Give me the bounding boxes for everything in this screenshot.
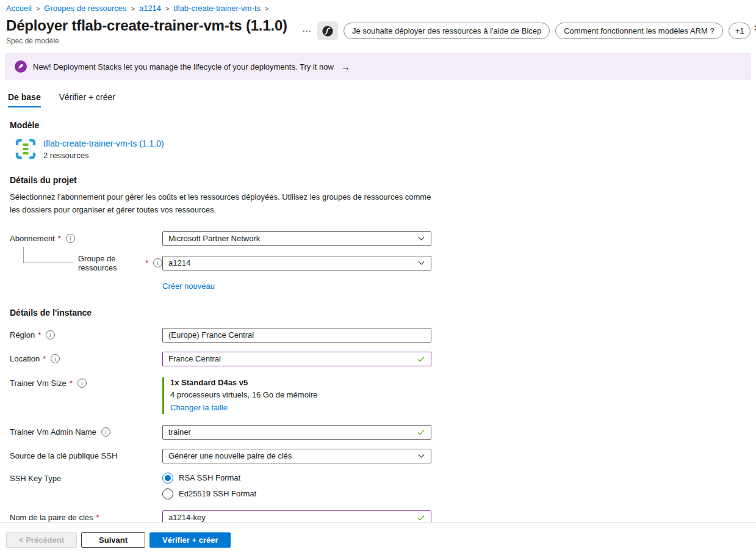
- region-label: Région* i: [10, 330, 162, 339]
- field-label: Trainer Vm Admin Name: [10, 427, 96, 437]
- required-marker: *: [145, 258, 148, 267]
- page-header: Déployer tflab-create-trainer-vm-ts (1.1…: [0, 13, 756, 45]
- admin-name-label: Trainer Vm Admin Name i: [10, 427, 162, 437]
- ssh-key-type-label: SSH Key Type: [10, 473, 162, 483]
- copilot-icon: [322, 25, 334, 37]
- info-icon[interactable]: i: [153, 258, 162, 267]
- previous-button[interactable]: < Précédent: [6, 532, 77, 548]
- template-summary: tflab-create-trainer-vm-ts (1.1.0) 2 res…: [15, 138, 746, 160]
- field-label: Source de la clé publique SSH: [10, 451, 117, 460]
- title-block: Déployer tflab-create-trainer-vm-ts (1.1…: [6, 17, 287, 45]
- breadcrumb-link-a1214[interactable]: a1214: [139, 4, 161, 13]
- required-marker: *: [43, 354, 46, 363]
- region-value: (Europe) France Central: [168, 330, 254, 339]
- template-spec-icon: [15, 138, 37, 160]
- field-label: SSH Key Type: [10, 474, 61, 483]
- field-label: Région: [10, 330, 35, 339]
- ssh-source-dropdown[interactable]: Générer une nouvelle paire de clés: [162, 449, 431, 463]
- subscription-group: Abonnement* i Microsoft Partner Network …: [10, 231, 746, 291]
- radio-label: RSA SSH Format: [179, 473, 240, 482]
- subscription-label: Abonnement* i: [10, 234, 162, 243]
- next-button[interactable]: Suivant: [81, 532, 145, 548]
- field-label: Groupe de ressources: [78, 254, 142, 272]
- tab-bar: De base Vérifier + créer: [0, 80, 756, 107]
- info-icon[interactable]: i: [46, 330, 55, 339]
- field-label: Nom de la paire de clés: [10, 513, 93, 522]
- subscription-dropdown[interactable]: Microsoft Partner Network: [162, 231, 431, 246]
- breadcrumb-link-template-spec[interactable]: tflab-create-trainer-vm-ts: [174, 4, 261, 13]
- radio-ed25519-ssh-format[interactable]: Ed25519 SSH Format: [162, 488, 431, 499]
- resource-group-dropdown[interactable]: a1214: [162, 256, 431, 270]
- radio-label: Ed25519 SSH Format: [179, 489, 256, 498]
- deploy-template-page: Accueil > Groupes de ressources > a1214 …: [0, 0, 756, 555]
- close-icon[interactable]: ✕: [751, 23, 756, 34]
- breadcrumb-link-accueil[interactable]: Accueil: [6, 4, 32, 13]
- instance-section-heading: Détails de l'instance: [10, 308, 746, 317]
- required-marker: *: [38, 330, 41, 339]
- page-subtitle: Spec de modèle: [6, 37, 287, 45]
- field-label: Abonnement: [10, 234, 55, 243]
- ssh-source-value: Générer une nouvelle paire de clés: [168, 451, 292, 460]
- breadcrumb-separator: >: [131, 5, 134, 12]
- resource-group-value: a1214: [168, 258, 190, 267]
- vm-size-row: Trainer Vm Size* i 1x Standard D4as v5 4…: [10, 377, 746, 414]
- rocket-icon: [15, 60, 27, 73]
- tab-verifier-creer[interactable]: Vérifier + créer: [59, 92, 115, 107]
- change-size-link[interactable]: Changer la taille: [170, 403, 228, 412]
- copilot-button[interactable]: [317, 21, 338, 40]
- region-input[interactable]: (Europe) France Central: [162, 328, 431, 343]
- banner-text: New! Deployment Stacks let you manage th…: [33, 62, 334, 71]
- vm-size-value: 1x Standard D4as v5: [170, 378, 431, 387]
- tab-de-base[interactable]: De base: [8, 92, 41, 107]
- more-options-icon[interactable]: ⋯: [302, 26, 312, 35]
- resource-group-row: Groupe de ressources* i a1214: [10, 254, 746, 272]
- chevron-down-icon: [417, 234, 425, 242]
- ssh-source-label: Source de la clé publique SSH: [10, 451, 162, 460]
- form-content: Modèle tflab-create-trainer-vm-ts (1.1.0…: [0, 120, 756, 525]
- admin-name-row: Trainer Vm Admin Name i trainer: [10, 425, 746, 440]
- model-section-heading: Modèle: [10, 120, 746, 130]
- review-create-button[interactable]: Vérifier + créer: [149, 532, 231, 548]
- valid-check-icon: [417, 513, 425, 522]
- field-label: Location: [10, 354, 40, 363]
- create-new-row: Créer nouveau: [162, 280, 746, 291]
- required-marker: *: [96, 513, 99, 522]
- vm-size-label: Trainer Vm Size* i: [10, 377, 162, 388]
- region-row: Région* i (Europe) France Central: [10, 328, 746, 343]
- valid-check-icon: [417, 428, 425, 437]
- page-title: Déployer tflab-create-trainer-vm-ts (1.1…: [6, 17, 287, 34]
- location-row: Location* i France Central: [10, 352, 746, 366]
- breadcrumb-link-resource-groups[interactable]: Groupes de ressources: [44, 4, 126, 13]
- key-pair-name-value: a1214-key: [168, 513, 206, 522]
- admin-name-input[interactable]: trainer: [162, 425, 431, 440]
- deployment-form: Abonnement* i Microsoft Partner Network …: [10, 231, 746, 525]
- create-new-link[interactable]: Créer nouveau: [162, 281, 215, 291]
- more-suggestions-chip[interactable]: +1: [729, 23, 751, 39]
- subscription-row: Abonnement* i Microsoft Partner Network: [10, 231, 746, 246]
- vm-size-summary: 1x Standard D4as v5 4 processeurs virtue…: [162, 377, 431, 414]
- info-icon[interactable]: i: [77, 379, 87, 388]
- admin-name-value: trainer: [168, 427, 191, 437]
- breadcrumb-separator: >: [36, 5, 40, 12]
- location-label: Location* i: [10, 354, 162, 363]
- copilot-suggestion-chip-arm[interactable]: Comment fonctionnent les modèles ARM ?: [555, 23, 722, 39]
- project-description: Sélectionnez l'abonnement pour gérer les…: [10, 191, 435, 217]
- template-info: tflab-create-trainer-vm-ts (1.1.0) 2 res…: [43, 138, 164, 160]
- breadcrumb-separator: >: [265, 5, 268, 12]
- info-icon[interactable]: i: [101, 427, 110, 437]
- info-icon[interactable]: i: [51, 354, 60, 363]
- deployment-stacks-banner[interactable]: New! Deployment Stacks let you manage th…: [5, 53, 751, 80]
- breadcrumb: Accueil > Groupes de ressources > a1214 …: [0, 0, 756, 13]
- radio-rsa-ssh-format[interactable]: RSA SSH Format: [162, 473, 431, 484]
- field-label: Trainer Vm Size: [10, 379, 67, 388]
- project-section-heading: Détails du projet: [10, 175, 746, 185]
- location-input[interactable]: France Central: [162, 352, 431, 366]
- chevron-down-icon: [417, 452, 425, 460]
- copilot-suggestion-chip-bicep[interactable]: Je souhaite déployer des ressources à l'…: [344, 23, 550, 39]
- ssh-key-type-row: SSH Key Type RSA SSH Format Ed25519 SSH …: [10, 473, 746, 504]
- info-icon[interactable]: i: [66, 234, 75, 243]
- template-name-link[interactable]: tflab-create-trainer-vm-ts (1.1.0): [43, 139, 164, 148]
- radio-selected-icon: [162, 473, 173, 484]
- chevron-down-icon: [417, 259, 425, 267]
- key-pair-name-label: Nom de la paire de clés*: [10, 513, 162, 522]
